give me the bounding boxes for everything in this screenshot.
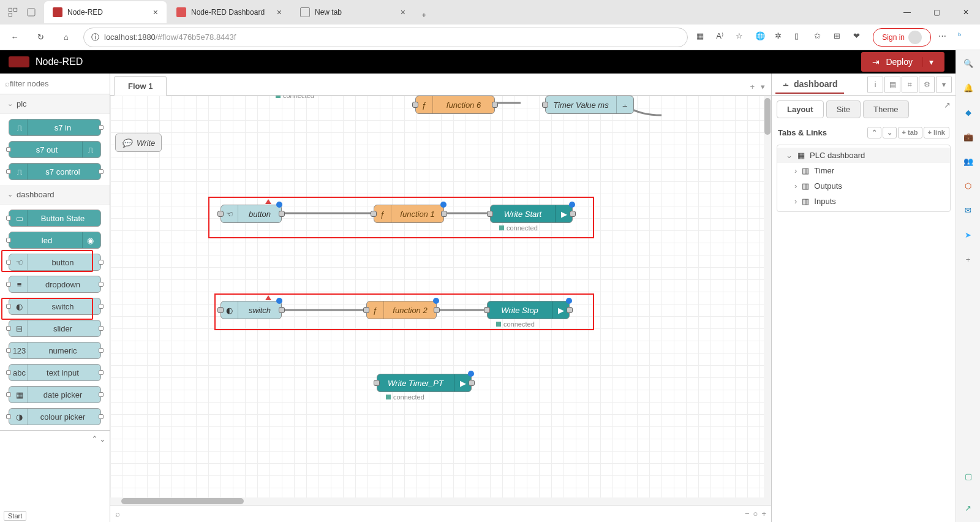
node-writetimerpt[interactable]: Write Timer_PT▶ — [377, 374, 472, 392]
filter-input[interactable] — [10, 79, 105, 88]
sidebar-tab-dashboard[interactable]: ⫠dashboard — [775, 75, 844, 94]
palette-node-s7control[interactable]: ⎍s7 control — [9, 163, 101, 180]
workspace-tab-flow1[interactable]: Flow 1 — [114, 76, 167, 96]
node-writestart[interactable]: Write Start▶ — [490, 205, 573, 223]
home-button[interactable]: ⌂ — [58, 29, 75, 46]
deploy-menu-caret[interactable]: ▾ — [922, 57, 933, 67]
browser-tab-new[interactable]: New tab× — [292, 1, 414, 23]
collapse-down-icon[interactable]: ⌄ — [99, 434, 106, 444]
new-tab-button[interactable]: + — [415, 6, 432, 23]
add-sidebar-icon[interactable]: + — [962, 252, 975, 266]
category-dashboard[interactable]: dashboard — [0, 185, 110, 205]
office-icon[interactable]: ⬡ — [962, 179, 975, 192]
sidebar-settings-icon[interactable]: ↗ — [962, 501, 975, 515]
maximize-button[interactable]: ▢ — [927, 3, 946, 21]
people-icon[interactable]: 👥 — [962, 154, 975, 168]
close-icon[interactable]: × — [153, 7, 158, 17]
palette-node-colourpicker[interactable]: ◑colour picker — [9, 408, 101, 425]
zoom-reset-icon[interactable]: ○ — [753, 509, 758, 518]
collapse-icon[interactable]: ⌃ — [867, 127, 881, 138]
split-icon[interactable]: ▯ — [794, 31, 807, 44]
more-icon[interactable]: ⋯ — [938, 31, 951, 44]
info-icon[interactable]: i — [867, 77, 883, 93]
favorite-icon[interactable]: ☆ — [736, 31, 748, 44]
deploy-button[interactable]: ⇥ Deploy ▾ — [861, 52, 944, 72]
zoom-in-icon[interactable]: + — [761, 509, 766, 518]
debug-icon[interactable]: ⌗ — [902, 77, 918, 93]
tab-groups-icon[interactable] — [7, 7, 18, 18]
minimize-button[interactable]: — — [898, 3, 916, 21]
tree-item-inputs[interactable]: ▥Inputs — [777, 194, 950, 209]
close-icon[interactable]: × — [401, 7, 405, 17]
palette-node-switch[interactable]: ◐switch — [9, 298, 101, 315]
globe-icon[interactable]: 🌐 — [755, 31, 767, 44]
add-tab-button[interactable]: + tab — [898, 127, 922, 138]
open-dashboard-icon[interactable]: ↗ — [944, 100, 951, 118]
briefcase-icon[interactable]: 💼 — [962, 130, 975, 143]
dashboard-tab-site[interactable]: Site — [826, 100, 861, 118]
palette-node-textinput[interactable]: abctext input — [9, 364, 101, 381]
palette-node-s7out[interactable]: s7 out⎍ — [9, 141, 101, 158]
palette-filter[interactable]: ⌕ — [0, 74, 110, 94]
node-switch[interactable]: ◐switch — [221, 301, 282, 319]
collections-icon[interactable]: ⊞ — [834, 31, 846, 44]
outlook-icon[interactable]: ✉ — [962, 203, 975, 217]
favorites-list-icon[interactable]: ✩ — [814, 31, 826, 44]
node-function6[interactable]: ƒfunction 6 — [415, 96, 495, 114]
palette-node-button[interactable]: ☜button — [9, 254, 101, 271]
palette-node-datepicker[interactable]: ▦date picker — [9, 386, 101, 403]
refresh-button[interactable]: ↻ — [32, 29, 49, 46]
browser-tab-nodered[interactable]: Node-RED× — [44, 1, 167, 23]
browser-tab-dashboard[interactable]: Node-RED Dashboard× — [168, 1, 290, 23]
send-icon[interactable]: ➤ — [962, 228, 975, 241]
signin-button[interactable]: Sign in — [873, 28, 931, 47]
tree-item-outputs[interactable]: ▥Outputs — [777, 178, 950, 194]
site-info-icon[interactable]: ⓘ — [91, 32, 99, 43]
sidebar-toggle-icon[interactable]: ▢ — [962, 469, 975, 483]
start-button[interactable]: Start — [4, 511, 26, 521]
node-function2[interactable]: ƒfunction 2 — [366, 301, 437, 319]
extensions-icon[interactable]: ✲ — [775, 31, 787, 44]
dashboard-tab-layout[interactable]: Layout — [777, 100, 824, 118]
palette-node-led[interactable]: led◉ — [9, 232, 101, 249]
flow-menu-icon[interactable]: ▾ — [761, 82, 765, 91]
back-button[interactable]: ← — [6, 29, 23, 46]
tab-actions-icon[interactable] — [26, 7, 37, 18]
category-plc[interactable]: plc — [0, 94, 110, 114]
read-aloud-icon[interactable]: A⁾ — [716, 31, 728, 44]
node-writestop[interactable]: Write Stop▶ — [487, 301, 570, 319]
gear-icon[interactable]: ⚙ — [919, 77, 935, 93]
canvas-scrollbar-h[interactable] — [110, 497, 771, 505]
palette-node-s7in[interactable]: ⎍s7 in — [9, 119, 101, 136]
qr-icon[interactable]: ▦ — [696, 31, 709, 44]
crayon-icon[interactable]: ◆ — [962, 105, 975, 119]
bell-icon[interactable]: 🔔 — [962, 81, 975, 94]
palette-node-buttonstate[interactable]: ▭Button State — [9, 210, 101, 227]
close-icon[interactable]: × — [277, 7, 282, 17]
canvas-scrollbar-v[interactable] — [764, 96, 771, 505]
add-link-button[interactable]: + link — [924, 127, 949, 138]
performance-icon[interactable]: ❤ — [853, 31, 865, 44]
palette-node-numeric[interactable]: 123numeric — [9, 342, 101, 359]
book-icon[interactable]: ▤ — [884, 77, 900, 93]
chevron-down-icon[interactable]: ▾ — [936, 77, 952, 93]
expand-icon[interactable]: ⌄ — [883, 127, 897, 138]
address-bar[interactable]: ⓘ localhost:1880/#flow/476b5e78.8443f — [83, 28, 688, 47]
tree-item-timer[interactable]: ▥Timer — [777, 163, 950, 178]
palette-node-slider[interactable]: ⊟slider — [9, 320, 101, 337]
comment-write[interactable]: 💬Write — [115, 134, 162, 152]
add-flow-icon[interactable]: + — [750, 82, 755, 91]
bing-icon[interactable]: ᵇ — [958, 31, 970, 44]
palette-node-dropdown[interactable]: ≡dropdown — [9, 276, 101, 293]
collapse-up-icon[interactable]: ⌃ — [91, 434, 98, 444]
node-button[interactable]: ☜button — [221, 205, 282, 223]
close-button[interactable]: ✕ — [957, 3, 975, 21]
zoom-out-icon[interactable]: − — [745, 509, 750, 518]
search-icon[interactable]: 🔍 — [962, 56, 975, 70]
node-function1[interactable]: ƒfunction 1 — [374, 205, 444, 223]
search-icon[interactable]: ⌕ — [115, 509, 120, 518]
dashboard-tab-theme[interactable]: Theme — [863, 100, 908, 118]
canvas[interactable]: connected ƒfunction 6 Timer Value ms⫠ 💬W… — [110, 96, 771, 505]
node-timervalue[interactable]: Timer Value ms⫠ — [545, 96, 634, 114]
tree-root[interactable]: ▦PLC dashboard — [777, 148, 950, 163]
